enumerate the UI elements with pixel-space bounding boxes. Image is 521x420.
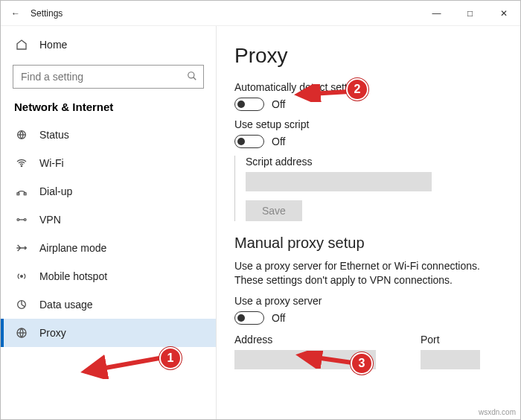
svg-point-10 [21, 276, 23, 278]
setup-script-label: Use setup script [234, 118, 502, 130]
maximize-icon: □ [467, 8, 473, 19]
svg-line-14 [85, 358, 159, 372]
annotation-marker-2: 2 [346, 78, 368, 101]
use-proxy-state: Off [272, 312, 285, 324]
search-input-wrap[interactable] [13, 65, 204, 89]
auto-detect-toggle[interactable] [234, 98, 264, 111]
sidebar-item-label: VPN [39, 214, 61, 226]
maximize-button[interactable]: □ [453, 1, 487, 26]
back-button[interactable]: ← [1, 1, 31, 26]
proxy-icon [14, 327, 29, 339]
setup-script-toggle[interactable] [234, 135, 264, 148]
wifi-icon [14, 157, 29, 169]
sidebar-item-label: Proxy [39, 327, 66, 339]
sidebar-item-label: Status [39, 129, 69, 141]
annotation-arrow-2 [294, 84, 352, 102]
back-icon: ← [11, 8, 20, 19]
svg-point-7 [17, 219, 19, 221]
titlebar: ← Settings — □ ✕ [1, 1, 520, 26]
svg-line-16 [300, 355, 352, 363]
manual-description: Use a proxy server for Ethernet or Wi-Fi… [234, 259, 480, 287]
auto-detect-state: Off [272, 98, 285, 110]
script-address-input[interactable] [246, 172, 432, 191]
watermark: wsxdn.com [479, 408, 516, 416]
sidebar-item-status[interactable]: Status [1, 121, 216, 149]
annotation-arrow-3 [295, 351, 355, 369]
data-usage-icon [14, 299, 29, 311]
sidebar-item-vpn[interactable]: VPN [1, 206, 216, 234]
annotation-marker-1: 1 [159, 347, 182, 369]
svg-point-0 [188, 71, 194, 77]
sidebar-item-data-usage[interactable]: Data usage [1, 290, 216, 319]
page-title: Proxy [234, 44, 502, 68]
address-label: Address [234, 334, 376, 346]
svg-line-15 [298, 92, 349, 95]
home-icon [14, 39, 29, 51]
airplane-icon [14, 242, 29, 254]
sidebar-item-proxy[interactable]: Proxy [1, 319, 216, 347]
save-button[interactable]: Save [246, 200, 302, 221]
window-title: Settings [31, 8, 420, 19]
use-proxy-label: Use a proxy server [234, 295, 502, 307]
search-icon [187, 71, 197, 83]
svg-line-1 [194, 77, 196, 80]
script-address-label: Script address [246, 156, 502, 168]
svg-point-8 [24, 219, 26, 221]
svg-rect-5 [17, 193, 19, 195]
manual-heading: Manual proxy setup [234, 235, 502, 252]
port-label: Port [421, 334, 480, 346]
home-nav[interactable]: Home [1, 31, 216, 59]
sidebar-item-mobile-hotspot[interactable]: Mobile hotspot [1, 262, 216, 290]
minimize-button[interactable]: — [420, 1, 453, 26]
sidebar-item-label: Dial-up [39, 185, 72, 197]
home-label: Home [39, 39, 67, 51]
search-input[interactable] [19, 70, 187, 83]
svg-rect-6 [24, 193, 26, 195]
use-proxy-toggle[interactable] [234, 311, 264, 325]
sidebar-item-label: Wi-Fi [39, 157, 64, 169]
status-icon [14, 129, 29, 141]
close-button[interactable]: ✕ [487, 1, 520, 26]
minimize-icon: — [432, 8, 441, 19]
auto-detect-label: Automatically detect settings [234, 81, 502, 93]
sidebar-item-airplane-mode[interactable]: Airplane mode [1, 234, 216, 262]
svg-point-4 [21, 165, 22, 166]
dialup-icon [14, 185, 29, 197]
setup-script-state: Off [272, 136, 285, 147]
annotation-arrow-1 [79, 349, 161, 379]
port-input[interactable] [421, 350, 480, 369]
vpn-icon [14, 214, 29, 226]
annotation-marker-3: 3 [351, 352, 373, 375]
sidebar-item-label: Mobile hotspot [39, 270, 107, 282]
sidebar-item-wi-fi[interactable]: Wi-Fi [1, 149, 216, 177]
sidebar-item-dial-up[interactable]: Dial-up [1, 177, 216, 206]
hotspot-icon [14, 270, 29, 282]
sidebar-item-label: Airplane mode [39, 242, 106, 254]
close-icon: ✕ [500, 8, 508, 19]
sidebar-item-label: Data usage [39, 299, 93, 311]
category-heading: Network & Internet [1, 92, 216, 118]
